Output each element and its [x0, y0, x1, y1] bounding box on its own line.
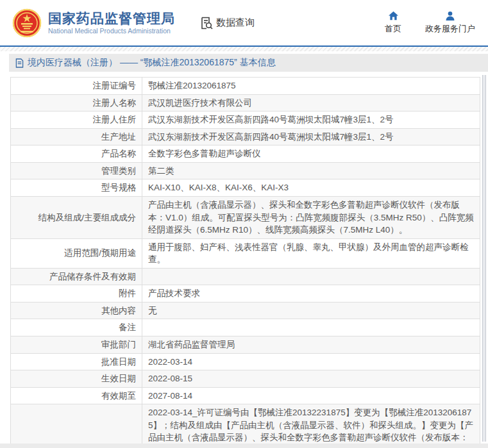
- row-label-text: 有效期至: [101, 391, 136, 401]
- hatch-divider: [0, 47, 488, 51]
- table-row: 批准日期2022-03-14: [11, 353, 480, 370]
- table-row: 审批部门湖北省药品监督管理局: [11, 336, 480, 354]
- row-label: 适用范围/预期用途: [11, 238, 142, 268]
- row-label-text: 注册人名称: [93, 98, 137, 108]
- row-label: 附件: [11, 285, 142, 303]
- home-label: 首页: [385, 23, 401, 35]
- row-value-text: 2022-03-14_许可证编号由【鄂械注准20132231875】变更为【鄂械…: [148, 408, 474, 444]
- table-row: 适用范围/预期用途通用于腹部、妇产科、浅表性器官（乳腺、睾丸、甲状腺）及外周血管…: [11, 238, 480, 268]
- brand[interactable]: 国家药品监督管理局 National Medical Products Admi…: [12, 8, 175, 38]
- row-label: 注册人名称: [11, 94, 142, 112]
- table-row: 生效日期2022-08-15: [11, 370, 480, 388]
- row-label-text: 产品名称: [101, 149, 136, 158]
- row-value-text: 鄂械注准20132061875: [148, 81, 236, 90]
- row-value-text: 湖北省药品监督管理局: [148, 340, 235, 349]
- table-row: 其他内容无: [11, 302, 480, 319]
- row-value: [142, 319, 480, 336]
- row-value: 全数字彩色多普勒超声诊断仪: [142, 145, 480, 163]
- row-value: [142, 268, 480, 285]
- brand-text: 国家药品监督管理局 National Medical Products Admi…: [48, 11, 175, 35]
- table-row: 注册证编号鄂械注准20132061875: [11, 78, 480, 95]
- national-emblem-logo: [12, 8, 42, 38]
- row-value-text: 全数字彩色多普勒超声诊断仪: [148, 149, 261, 158]
- site-subtitle: National Medical Products Administration: [48, 28, 175, 35]
- row-label: 有效期至: [11, 387, 142, 404]
- row-value: 产品由主机（含液晶显示器）、探头和全数字彩色多普勒超声诊断仪软件（发布版本：V1…: [142, 196, 480, 238]
- row-label: 结构及组成/主要组成成分: [11, 196, 142, 238]
- row-label-text: 注册证编号: [93, 81, 137, 90]
- row-value-text: 产品技术要求: [148, 288, 200, 298]
- breadcrumb-text: 境内医疗器械（注册） —— “鄂械注准20132061875” 基本信息: [28, 57, 276, 69]
- row-value: 武汉凯进医疗技术有限公司: [142, 94, 480, 112]
- row-label-text: 批准日期: [101, 357, 136, 367]
- row-value-text: 武汉凯进医疗技术有限公司: [148, 98, 252, 108]
- row-value: 第二类: [142, 162, 480, 179]
- row-label: 产品名称: [11, 145, 142, 163]
- row-label-text: 型号规格: [101, 183, 136, 192]
- row-label: 备注: [11, 319, 142, 336]
- row-label-text: 附件: [119, 288, 136, 298]
- home-icon: [388, 11, 399, 21]
- row-value-text: 2022-03-14: [148, 357, 192, 367]
- row-label: 生产地址: [11, 128, 142, 145]
- row-value: 鄂械注准20132061875: [142, 78, 480, 95]
- row-value-text: 第二类: [148, 166, 174, 176]
- table-row: 附件产品技术要求: [11, 285, 480, 303]
- row-label-text: 其他内容: [101, 306, 136, 315]
- row-value-text: 无: [148, 306, 157, 315]
- row-value-text: KAI-X10、KAI-X8、KAI-X6、KAI-X3: [148, 183, 289, 192]
- row-value-text: 2027-08-14: [148, 391, 192, 401]
- row-value: 2027-08-14: [142, 387, 480, 404]
- row-label: 注册证编号: [11, 78, 142, 95]
- portal-link[interactable]: 政务服务门户: [425, 11, 475, 35]
- row-value: KAI-X10、KAI-X8、KAI-X6、KAI-X3: [142, 179, 480, 197]
- row-label-text: 注册人住所: [93, 115, 137, 124]
- table-row: 有效期至2027-08-14: [11, 387, 480, 404]
- registration-info-table: 注册证编号鄂械注准20132061875注册人名称武汉凯进医疗技术有限公司注册人…: [10, 77, 480, 444]
- table-row: 结构及组成/主要组成成分产品由主机（含液晶显示器）、探头和全数字彩色多普勒超声诊…: [11, 196, 480, 238]
- nav-data-query[interactable]: 数据查询: [199, 16, 255, 30]
- table-row: 备注: [11, 319, 480, 336]
- row-value: 通用于腹部、妇产科、浅表性器官（乳腺、睾丸、甲状腺）及外周血管的超声诊断检查。: [142, 238, 480, 268]
- row-value: 无: [142, 302, 480, 319]
- row-label-text: 生效日期: [101, 374, 136, 383]
- table-row: 产品储存条件及有效期: [11, 268, 480, 285]
- row-label: 批准日期: [11, 353, 142, 370]
- row-label: 注册人住所: [11, 112, 142, 129]
- row-value: 2022-03-14: [142, 353, 480, 370]
- row-value-text: 产品由主机（含液晶显示器）、探头和全数字彩色多普勒超声诊断仪软件（发布版本：V1…: [148, 200, 474, 235]
- table-row: 型号规格KAI-X10、KAI-X8、KAI-X6、KAI-X3: [11, 179, 480, 197]
- row-label-text: 适用范围/预期用途: [64, 248, 136, 258]
- row-value-text: 武汉东湖新技术开发区高新四路40号葛洲坝太阳城7幢3层1、2号: [148, 115, 394, 124]
- top-links: 首页 政务服务门户: [380, 11, 479, 35]
- table-row: 注册人名称武汉凯进医疗技术有限公司: [11, 94, 480, 112]
- row-value: 产品技术要求: [142, 285, 480, 303]
- table-row: 变更情况2022-03-14_许可证编号由【鄂械注准20132231875】变更…: [11, 404, 480, 444]
- info-table-body: 注册证编号鄂械注准20132061875注册人名称武汉凯进医疗技术有限公司注册人…: [11, 78, 480, 444]
- row-value-text: 通用于腹部、妇产科、浅表性器官（乳腺、睾丸、甲状腺）及外周血管的超声诊断检查。: [148, 242, 469, 265]
- table-row: 注册人住所武汉东湖新技术开发区高新四路40号葛洲坝太阳城7幢3层1、2号: [11, 112, 480, 129]
- portal-label: 政务服务门户: [425, 23, 475, 35]
- row-label: 型号规格: [11, 179, 142, 197]
- header: 国家药品监督管理局 National Medical Products Admi…: [0, 0, 488, 47]
- row-label: 管理类别: [11, 162, 142, 179]
- row-value-text: 2022-08-15: [148, 374, 192, 383]
- row-label: 其他内容: [11, 302, 142, 319]
- row-label-text: 生产地址: [101, 132, 136, 142]
- breadcrumb: 境内医疗器械（注册） —— “鄂械注准20132061875” 基本信息: [9, 54, 488, 72]
- nav-data-query-label: 数据查询: [216, 17, 255, 29]
- row-label-text: 备注: [119, 322, 136, 332]
- row-label: 审批部门: [11, 336, 142, 354]
- row-value: 武汉东湖新技术开发区高新四路40号葛洲坝太阳城7幢3层1、2号: [142, 112, 480, 129]
- row-label-text: 管理类别: [101, 166, 136, 176]
- row-label: 变更情况: [11, 404, 142, 444]
- vertical-scrollbar[interactable]: [482, 75, 486, 442]
- row-value: 武汉东湖新技术开发区高新四路40号葛洲坝太阳城7幢3层1、2号: [142, 128, 480, 145]
- row-value-text: 武汉东湖新技术开发区高新四路40号葛洲坝太阳城7幢3层1、2号: [148, 132, 394, 142]
- home-link[interactable]: 首页: [380, 11, 406, 35]
- row-value: 2022-08-15: [142, 370, 480, 388]
- row-label: 产品储存条件及有效期: [11, 268, 142, 285]
- row-value: 2022-03-14_许可证编号由【鄂械注准20132231875】变更为【鄂械…: [142, 404, 480, 444]
- page: 国家药品监督管理局 National Medical Products Admi…: [0, 0, 488, 444]
- row-value: 湖北省药品监督管理局: [142, 336, 480, 354]
